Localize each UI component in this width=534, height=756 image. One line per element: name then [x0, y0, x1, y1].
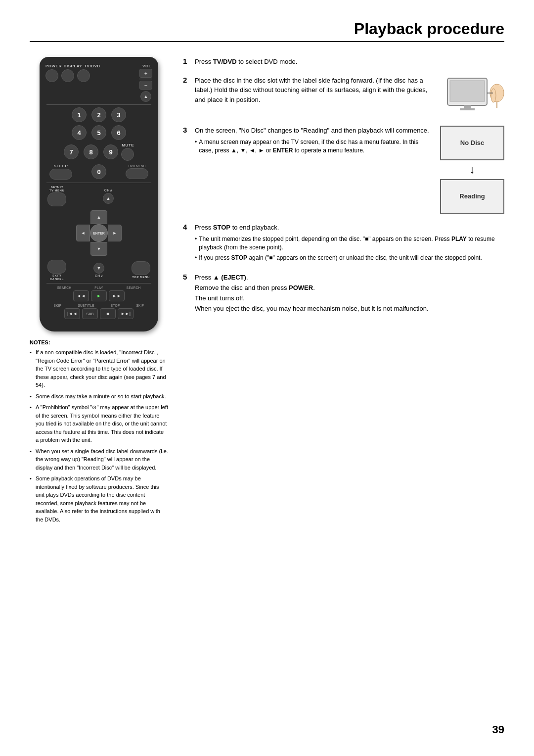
page: Playback procedure POWER DISPLAY TV/DVD	[0, 0, 534, 756]
dpad-left-button[interactable]: ◄	[76, 225, 90, 241]
step-3-layout: On the screen, "No Disc" changes to "Rea…	[195, 126, 504, 214]
mute-label: MUTE	[122, 143, 134, 147]
reading-screen: Reading	[440, 179, 504, 214]
note-item: Some playback operations of DVDs may be …	[30, 474, 168, 523]
step-5-number: 5	[183, 273, 191, 314]
power-button[interactable]	[45, 69, 58, 82]
step-1: 1 Press TV/DVD to select DVD mode.	[183, 57, 504, 67]
setup-label: SETUP/TV MENU	[49, 186, 65, 192]
top-menu-button[interactable]	[132, 261, 150, 275]
step-4: 4 Press STOP to end playback. • The unit…	[183, 223, 504, 264]
number-2-button[interactable]: 2	[91, 107, 106, 122]
setup-button[interactable]	[47, 192, 66, 206]
step-4-content: Press STOP to end playback. • The unit m…	[195, 223, 504, 264]
exit-button[interactable]	[47, 260, 66, 274]
step-3-number: 3	[183, 126, 191, 214]
ch-up-button[interactable]: ▲	[103, 193, 114, 204]
fast-forward-button[interactable]: ►►	[109, 290, 125, 301]
step-3-bullet: • A menu screen may appear on the TV scr…	[195, 138, 430, 155]
step-4-bullet-2-text: If you press STOP again ("■" appears on …	[199, 254, 482, 262]
note-item: Some discs may take a minute or so to st…	[30, 392, 168, 401]
svg-rect-1	[450, 81, 485, 101]
dpad-up-button[interactable]: ▲	[90, 210, 107, 224]
subtitle-button[interactable]: SUB	[82, 308, 98, 319]
step-4-bullet-1: • The unit memorizes the stopped point, …	[195, 235, 504, 252]
mute-button[interactable]	[121, 148, 134, 161]
step-3-main-text: On the screen, "No Disc" changes to "Rea…	[195, 126, 430, 136]
right-column: 1 Press TV/DVD to select DVD mode. 2 Pla…	[183, 57, 504, 526]
ch-down-button[interactable]: ▼	[93, 263, 104, 274]
number-8-button[interactable]: 8	[84, 144, 98, 159]
vol-label: VOL	[142, 64, 151, 68]
number-0-button[interactable]: 0	[91, 164, 106, 179]
ch-down-label: CH∨	[95, 274, 103, 278]
vol-minus-button[interactable]: −	[139, 81, 152, 90]
vol-plus-button[interactable]: +	[139, 69, 152, 78]
ch-up-label: CH∧	[104, 189, 113, 192]
step-4-number: 4	[183, 223, 191, 264]
number-5-button[interactable]: 5	[91, 125, 106, 140]
svg-rect-3	[460, 108, 475, 110]
step-1-text: Press TV/DVD to select DVD mode.	[195, 57, 504, 67]
step-4-bullet-1-text: The unit memorizes the stopped point, de…	[199, 235, 504, 252]
step-1-content: Press TV/DVD to select DVD mode.	[195, 57, 504, 67]
step-2-text: Place the disc in the disc slot with the…	[195, 76, 437, 105]
arrow-down-icon: ↓	[440, 163, 504, 176]
step-4-bullets: • The unit memorizes the stopped point, …	[195, 235, 504, 262]
skip-back-button[interactable]: |◄◄	[64, 308, 80, 319]
step-3-content: On the screen, "No Disc" changes to "Rea…	[195, 126, 504, 214]
display-label: DISPLAY	[64, 64, 82, 68]
stop-button[interactable]: ■	[100, 308, 116, 319]
number-6-button[interactable]: 6	[111, 125, 126, 140]
dvd-menu-label: DVD MENU	[129, 164, 146, 168]
notes-list: If a non-compatible disc is loaded, "Inc…	[30, 348, 168, 523]
rewind-button[interactable]: ◄◄	[73, 290, 89, 301]
step-3-screens: No Disc ↓ Reading	[440, 126, 504, 214]
display-button[interactable]	[61, 69, 74, 82]
step-4-text: Press STOP to end playback.	[195, 223, 504, 233]
search2-label: SEARCH	[127, 286, 141, 289]
tvdvd-button[interactable]	[77, 69, 90, 82]
step-2-content: Place the disc in the disc slot with the…	[195, 76, 504, 117]
number-3-button[interactable]: 3	[111, 107, 126, 122]
number-9-button[interactable]: 9	[103, 144, 118, 159]
dpad: ▲ ◄ ENTER ► ▼	[45, 210, 152, 256]
number-1-button[interactable]: 1	[72, 107, 87, 122]
step-2: 2 Place the disc in the disc slot with t…	[183, 76, 504, 117]
step-1-number: 1	[183, 57, 191, 67]
sleep-button[interactable]	[49, 169, 72, 180]
skip-fwd-button[interactable]: ►►|	[118, 308, 134, 319]
step-5-text: Press ▲ (EJECT). Remove the disc and the…	[195, 273, 504, 314]
play-label: PLAY	[94, 286, 103, 289]
remote-control: POWER DISPLAY TV/DVD VOL +	[40, 57, 158, 331]
step-5: 5 Press ▲ (EJECT). Remove the disc and t…	[183, 273, 504, 314]
step-3-text-block: On the screen, "No Disc" changes to "Rea…	[195, 126, 430, 214]
step-3: 3 On the screen, "No Disc" changes to "R…	[183, 126, 504, 214]
svg-rect-2	[464, 105, 471, 108]
eject-button[interactable]: ▲	[140, 91, 151, 102]
dvd-menu-button[interactable]	[126, 168, 148, 179]
no-disc-screen: No Disc	[440, 126, 504, 160]
tvdvd-text: TV/DVD	[213, 58, 237, 65]
top-menu-label: TOP MENU	[132, 276, 149, 279]
step-2-number: 2	[183, 76, 191, 117]
main-content: POWER DISPLAY TV/DVD VOL +	[30, 57, 504, 526]
search-label: SEARCH	[57, 286, 71, 289]
note-item: A "Prohibition" symbol "⊘" may appear at…	[30, 403, 168, 444]
number-4-button[interactable]: 4	[72, 125, 87, 140]
play-button[interactable]: ►	[91, 290, 107, 301]
left-column: POWER DISPLAY TV/DVD VOL +	[30, 57, 168, 526]
step-3-bullet-text: A menu screen may appear on the TV scree…	[199, 138, 430, 155]
skip-label: SKIP	[53, 304, 61, 307]
stop-label: STOP	[111, 304, 120, 307]
step-4-bullet-2: • If you press STOP again ("■" appears o…	[195, 254, 504, 262]
skip2-label: SKIP	[136, 304, 144, 307]
page-number: 39	[492, 723, 504, 736]
enter-button[interactable]: ENTER	[90, 224, 108, 242]
number-7-button[interactable]: 7	[64, 144, 79, 159]
step-5-content: Press ▲ (EJECT). Remove the disc and the…	[195, 273, 504, 314]
dpad-down-button[interactable]: ▼	[90, 242, 107, 256]
svg-point-6	[491, 89, 496, 102]
dpad-right-button[interactable]: ►	[108, 225, 122, 241]
note-item: If a non-compatible disc is loaded, "Inc…	[30, 348, 168, 389]
